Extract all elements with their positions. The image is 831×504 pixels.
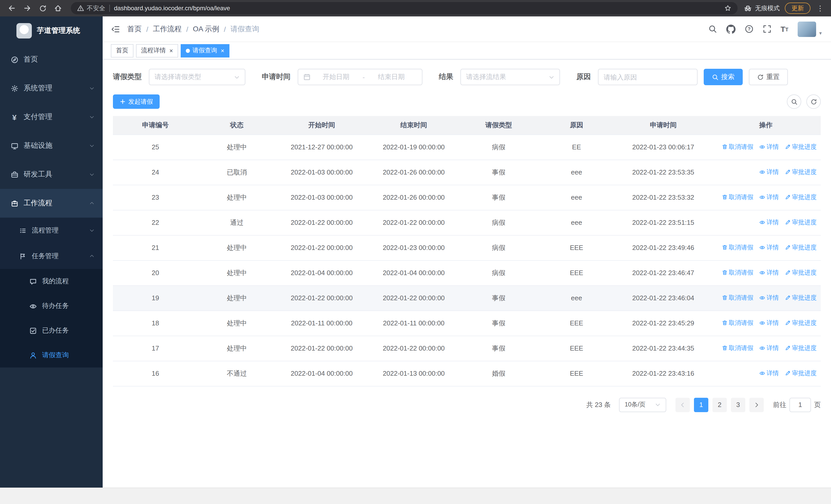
detail-link[interactable]: 详情 xyxy=(760,268,779,277)
search-button[interactable]: 搜索 xyxy=(704,69,743,85)
approval-progress-link[interactable]: 审批进度 xyxy=(785,294,816,302)
active-dot xyxy=(186,49,190,53)
incognito-label: 无痕模式 xyxy=(755,4,780,12)
help-icon[interactable]: ? xyxy=(745,25,753,33)
approval-progress-link[interactable]: 审批进度 xyxy=(785,344,816,353)
goto-label: 前往 xyxy=(773,400,786,409)
fullscreen-icon[interactable] xyxy=(763,25,771,33)
sidebar-item-my-process[interactable]: 我的流程 xyxy=(0,269,103,294)
url-text: dashboard.yudao.iocoder.cn/bpm/oa/leave xyxy=(114,5,720,12)
detail-link[interactable]: 详情 xyxy=(760,369,779,378)
browser-menu-icon[interactable]: ⋮ xyxy=(814,4,826,12)
cancel-leave-link[interactable]: 取消请假 xyxy=(722,319,753,327)
page-button-3[interactable]: 3 xyxy=(731,397,745,412)
sidebar-item-leave-query[interactable]: 请假查询 xyxy=(0,343,103,367)
refresh-icon[interactable] xyxy=(806,94,821,109)
reset-button[interactable]: 重置 xyxy=(749,69,788,85)
sidebar-item-devtools[interactable]: 研发工具 xyxy=(0,160,103,189)
cancel-leave-link[interactable]: 取消请假 xyxy=(722,294,753,302)
detail-link[interactable]: 详情 xyxy=(760,344,779,353)
approval-progress-link[interactable]: 审批进度 xyxy=(785,243,816,252)
github-icon[interactable] xyxy=(726,24,735,34)
approval-progress-link[interactable]: 审批进度 xyxy=(785,143,816,151)
briefcase-icon xyxy=(10,199,19,207)
toggle-search-icon[interactable] xyxy=(787,94,801,109)
start-date-input[interactable]: 开始日期 xyxy=(311,72,362,82)
cancel-leave-link[interactable]: 取消请假 xyxy=(722,344,753,353)
leave-query-page: 请假类型 请选择请假类型 申请时间 开始日期 - 结束日期 xyxy=(103,60,831,487)
sidebar-item-infra[interactable]: 基础设施 xyxy=(0,131,103,160)
detail-link[interactable]: 详情 xyxy=(760,319,779,327)
goto-page-input[interactable] xyxy=(790,397,811,412)
sidebar-item-home[interactable]: 首页 xyxy=(0,45,103,74)
forward-icon[interactable] xyxy=(21,2,34,15)
cancel-leave-link[interactable]: 取消请假 xyxy=(722,193,753,202)
date-range-picker[interactable]: 开始日期 - 结束日期 xyxy=(298,69,423,85)
prev-page-button[interactable] xyxy=(676,397,690,412)
search-icon[interactable] xyxy=(708,25,717,33)
warning-icon xyxy=(77,5,84,12)
sidebar: 芋道管理系统 首页 系统管理 ¥ 支付管理 基础设施 xyxy=(0,17,103,487)
page-button-1[interactable]: 1 xyxy=(694,397,708,412)
sidebar-item-todo-tasks[interactable]: 待办任务 xyxy=(0,294,103,318)
breadcrumb-home[interactable]: 首页 xyxy=(127,24,142,34)
breadcrumb-oa[interactable]: OA 示例 xyxy=(193,24,220,34)
sidebar-item-system[interactable]: 系统管理 xyxy=(0,74,103,102)
tab-leave-query[interactable]: 请假查询 × xyxy=(181,44,229,57)
column-header: 操作 xyxy=(711,116,821,135)
avatar[interactable] xyxy=(798,21,816,37)
sidebar-item-payment[interactable]: ¥ 支付管理 xyxy=(0,102,103,131)
approval-progress-link[interactable]: 审批进度 xyxy=(785,193,816,202)
home-icon[interactable] xyxy=(51,2,65,15)
approval-progress-link[interactable]: 审批进度 xyxy=(785,168,816,177)
cancel-leave-link[interactable]: 取消请假 xyxy=(722,268,753,277)
cancel-leave-link[interactable]: 取消请假 xyxy=(722,243,753,252)
sidebar-item-workflow[interactable]: 工作流程 xyxy=(0,189,103,217)
sidebar-collapse-icon[interactable] xyxy=(111,24,120,34)
breadcrumb-current: 请假查询 xyxy=(230,24,259,34)
update-button[interactable]: 更新 xyxy=(785,3,810,14)
page-size-select[interactable]: 10条/页 xyxy=(619,397,666,412)
detail-link[interactable]: 详情 xyxy=(760,168,779,177)
cancel-leave-link[interactable]: 取消请假 xyxy=(722,143,753,151)
end-date-input[interactable]: 结束日期 xyxy=(366,72,417,82)
bookmark-star-icon[interactable] xyxy=(724,5,732,12)
reload-icon[interactable] xyxy=(36,2,49,15)
close-icon[interactable]: × xyxy=(169,48,173,54)
sidebar-item-done-tasks[interactable]: 已办任务 xyxy=(0,318,103,343)
detail-link[interactable]: 详情 xyxy=(760,218,779,227)
approval-progress-link[interactable]: 审批进度 xyxy=(785,218,816,227)
approval-progress-link[interactable]: 审批进度 xyxy=(785,319,816,327)
reason-label: 原因 xyxy=(576,72,591,82)
next-page-button[interactable] xyxy=(749,397,764,412)
reason-input[interactable] xyxy=(598,69,697,85)
breadcrumb-workflow[interactable]: 工作流程 xyxy=(153,24,182,34)
page-button-2[interactable]: 2 xyxy=(712,397,727,412)
table-row: 24 已取消 2022-01-03 00:00:00 2022-01-26 00… xyxy=(113,159,821,185)
approval-progress-link[interactable]: 审批进度 xyxy=(785,268,816,277)
sidebar-item-task-mgmt[interactable]: 任务管理 xyxy=(0,243,103,269)
close-icon[interactable]: × xyxy=(221,48,224,54)
table-row: 16 不通过 2022-01-04 00:00:00 2022-01-13 00… xyxy=(113,361,821,386)
approval-progress-link[interactable]: 审批进度 xyxy=(785,369,816,378)
security-chip[interactable]: 不安全 xyxy=(77,4,105,12)
bottom-scrollbar-strip[interactable] xyxy=(0,487,831,504)
detail-link[interactable]: 详情 xyxy=(760,143,779,151)
detail-link[interactable]: 详情 xyxy=(760,294,779,302)
tab-home[interactable]: 首页 xyxy=(111,44,134,57)
column-header: 申请编号 xyxy=(113,116,198,135)
url-bar[interactable]: 不安全 dashboard.yudao.iocoder.cn/bpm/oa/le… xyxy=(71,2,738,14)
detail-link[interactable]: 详情 xyxy=(760,193,779,202)
logo-image xyxy=(17,23,32,38)
font-size-icon[interactable]: TT xyxy=(780,25,789,33)
table-header-row: 申请编号 状态 开始时间 结束时间 请假类型 原因 申请时间 操作 xyxy=(113,116,821,135)
tab-process-detail[interactable]: 流程详情 × xyxy=(136,44,178,57)
result-select[interactable]: 请选择流结果 xyxy=(460,69,560,85)
create-leave-button[interactable]: 发起请假 xyxy=(113,94,160,109)
page-suffix: 页 xyxy=(814,400,821,409)
detail-link[interactable]: 详情 xyxy=(760,243,779,252)
sidebar-item-process-mgmt[interactable]: 流程管理 xyxy=(0,217,103,243)
leave-type-select[interactable]: 请选择请假类型 xyxy=(149,69,245,85)
back-icon[interactable] xyxy=(5,2,19,15)
chevron-down-icon xyxy=(89,86,94,91)
